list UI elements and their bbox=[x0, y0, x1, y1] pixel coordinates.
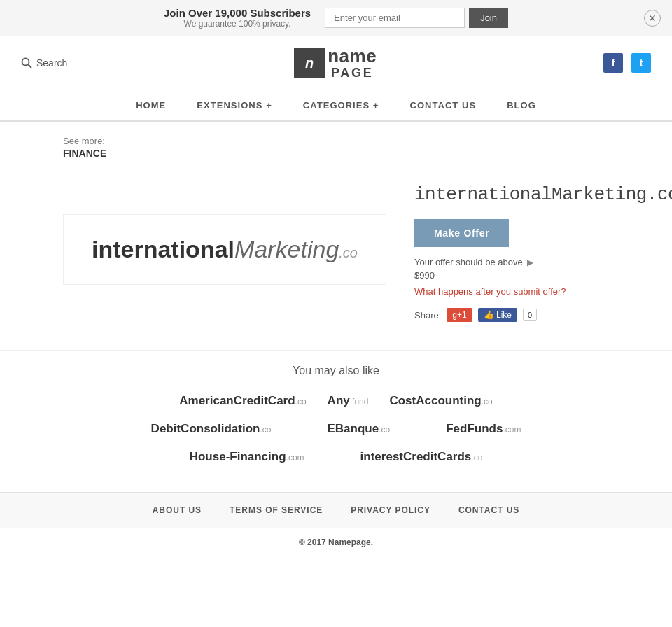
search-label: Search bbox=[36, 57, 67, 69]
copyright-brand: Namepage. bbox=[328, 537, 373, 547]
logo-text: name PAGE bbox=[328, 46, 377, 80]
domain-display: internationalMarketing.co bbox=[92, 236, 358, 263]
list-item[interactable]: House-Financing.com interestCreditCards.… bbox=[63, 450, 609, 464]
search-icon bbox=[21, 57, 32, 69]
make-offer-button[interactable]: Make Offer bbox=[414, 219, 509, 247]
main-content: internationalMarketing.co internationalM… bbox=[0, 163, 672, 350]
banner-form: Join bbox=[325, 8, 508, 28]
list-item[interactable]: AmericanCreditCard.co bbox=[179, 394, 306, 408]
offer-label: Your offer should be above bbox=[414, 257, 523, 267]
svg-line-1 bbox=[29, 65, 32, 69]
search-area[interactable]: Search bbox=[21, 57, 67, 69]
share-label: Share: bbox=[414, 310, 441, 320]
header: Search n name PAGE f t bbox=[0, 36, 672, 90]
fb-count: 0 bbox=[523, 309, 537, 321]
footer-tos[interactable]: TERMS OF SERVICE bbox=[230, 505, 323, 515]
copyright: © 2017 Namepage. bbox=[0, 528, 672, 557]
offer-amount: $990 bbox=[414, 270, 672, 281]
main-nav: HOME EXTENSIONS + CATEGORIES + CONTACT U… bbox=[0, 90, 672, 122]
nav-extensions[interactable]: EXTENSIONS + bbox=[181, 90, 287, 120]
footer-contact[interactable]: CONTACT US bbox=[458, 505, 519, 515]
twitter-icon[interactable]: t bbox=[631, 53, 651, 73]
banner-subtext: We guarantee 100% privacy. bbox=[164, 19, 311, 29]
nav-contact[interactable]: CONTACT US bbox=[394, 90, 491, 120]
list-item[interactable]: CostAccounting.co bbox=[389, 394, 492, 408]
close-banner-button[interactable]: ✕ bbox=[644, 10, 661, 27]
footer-about[interactable]: ABOUT US bbox=[153, 505, 202, 515]
domain-image-area: internationalMarketing.co bbox=[63, 177, 386, 322]
banner-headline: Join Over 19,000 Subscribers bbox=[164, 7, 311, 19]
nav-home[interactable]: HOME bbox=[120, 90, 181, 120]
domain-image-box: internationalMarketing.co bbox=[63, 214, 386, 285]
facebook-like-button[interactable]: 👍 Like bbox=[478, 308, 517, 322]
social-links: f t bbox=[603, 53, 651, 73]
copyright-year: © 2017 bbox=[299, 537, 326, 547]
footer-privacy[interactable]: PRIVACY POLICY bbox=[351, 505, 430, 515]
email-input[interactable] bbox=[325, 8, 465, 28]
footer-links: ABOUT US TERMS OF SERVICE PRIVACY POLICY… bbox=[0, 492, 672, 528]
nav-categories[interactable]: CATEGORIES + bbox=[288, 90, 395, 120]
domain-info: internationalMarketing.co Make Offer You… bbox=[414, 177, 672, 322]
share-row: Share: g+1 👍 Like 0 bbox=[414, 308, 672, 322]
nav-blog[interactable]: BLOG bbox=[491, 90, 552, 120]
google-plus-button[interactable]: g+1 bbox=[447, 308, 472, 322]
svg-point-0 bbox=[22, 59, 29, 66]
breadcrumb: See more: FINANCE bbox=[0, 122, 672, 163]
also-like-title: You may also like bbox=[63, 365, 609, 377]
join-button[interactable]: Join bbox=[469, 8, 508, 28]
top-banner: Join Over 19,000 Subscribers We guarante… bbox=[0, 0, 672, 36]
banner-text: Join Over 19,000 Subscribers We guarante… bbox=[164, 7, 311, 29]
list-item[interactable]: Any.fund bbox=[328, 394, 369, 408]
list-item[interactable]: DebitConsolidation.co EBanque.co FedFund… bbox=[63, 422, 609, 436]
domain-grid: AmericanCreditCard.co Any.fund CostAccou… bbox=[63, 394, 609, 464]
logo-icon: n bbox=[294, 48, 325, 78]
logo[interactable]: n name PAGE bbox=[294, 46, 377, 80]
arrow-icon: ▶ bbox=[527, 258, 533, 267]
domain-name-title: internationalMarketing.co bbox=[414, 184, 672, 205]
offer-info: Your offer should be above ▶ bbox=[414, 257, 672, 267]
facebook-icon[interactable]: f bbox=[603, 53, 623, 73]
category-label[interactable]: FINANCE bbox=[63, 148, 609, 159]
fb-like-icon: 👍 Like bbox=[484, 310, 512, 320]
offer-faq-link[interactable]: What happens after you submit offer? bbox=[414, 286, 672, 297]
see-more-label: See more: bbox=[63, 136, 105, 146]
also-like-section: You may also like AmericanCreditCard.co … bbox=[0, 350, 672, 492]
